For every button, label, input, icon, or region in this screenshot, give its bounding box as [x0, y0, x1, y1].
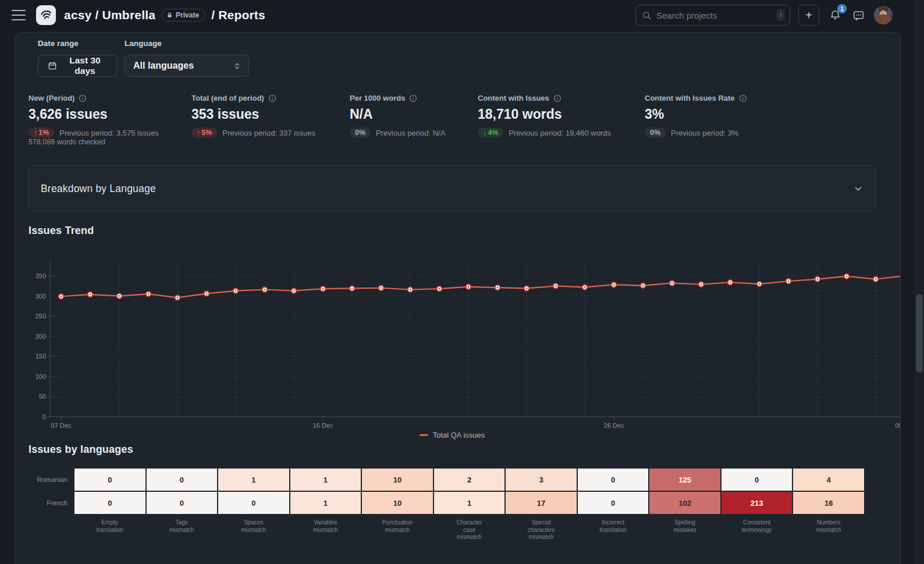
previous-period-text: Previous period: 3%	[671, 129, 738, 137]
previous-period-text: Previous period: 337 issues	[222, 129, 315, 137]
heatmap-cell[interactable]: 125	[649, 469, 720, 491]
stat-value: N/A	[350, 107, 445, 122]
notifications-button[interactable]: 1	[827, 8, 843, 23]
heatmap-cell[interactable]: 1	[290, 469, 361, 491]
heatmap-cell[interactable]: 1	[290, 492, 361, 514]
svg-text:26 Dec: 26 Dec	[604, 422, 624, 429]
heatmap-cell[interactable]: 10	[362, 469, 433, 491]
heatmap-column-label: Consistent terminology	[722, 515, 792, 541]
legend-label: Total QA issues	[433, 431, 485, 439]
heatmap-row: French000110117010221316	[24, 492, 864, 514]
stat-label: New (Period)	[29, 94, 74, 102]
heatmap-cell[interactable]: 4	[793, 469, 864, 491]
heatmap-cell[interactable]: 0	[74, 492, 145, 514]
scrollbar-thumb[interactable]	[916, 294, 923, 373]
heatmap-cell[interactable]: 1	[218, 469, 289, 491]
app-logo[interactable]	[36, 5, 56, 25]
stat-value: 3%	[645, 107, 747, 122]
svg-text:350: 350	[35, 272, 46, 279]
user-avatar[interactable]	[874, 6, 893, 24]
heatmap-cell[interactable]: 213	[722, 492, 792, 514]
stat-value: 18,710 words	[478, 107, 611, 122]
heatmap-column-label: Variables mismatch	[290, 515, 361, 541]
stat-total-end-of-period: Total (end of period) 353 issues ↑5% Pre…	[191, 94, 315, 138]
chevron-down-icon	[853, 183, 863, 194]
date-range-label: Date range	[38, 39, 79, 48]
issues-by-languages-title: Issues by languages	[29, 444, 133, 456]
stat-value: 353 issues	[191, 107, 315, 122]
heatmap-column-label: Incorrect translation	[578, 515, 649, 541]
updown-arrows-icon	[233, 62, 241, 70]
heatmap-cell[interactable]: 3	[506, 469, 577, 491]
info-icon[interactable]	[739, 94, 747, 102]
change-badge: ↓4%	[478, 127, 503, 138]
feedback-button[interactable]	[851, 8, 866, 23]
trend-line-svg: 05010015020025030035007 Dec16 Dec26 Dec0…	[29, 256, 901, 430]
language-label: Language	[125, 39, 162, 48]
info-icon[interactable]	[409, 94, 417, 102]
hamburger-menu-icon[interactable]	[12, 10, 26, 20]
issues-trend-chart: 05010015020025030035007 Dec16 Dec26 Dec0…	[29, 256, 901, 430]
stat-label: Content with Issues Rate	[645, 94, 735, 102]
info-icon[interactable]	[79, 94, 87, 102]
search-input[interactable]	[656, 10, 772, 20]
heatmap-cell[interactable]: 1	[434, 492, 505, 514]
top-nav: acsy / Umbrella Private / Reports / + 1	[0, 0, 924, 30]
heatmap-cell[interactable]: 0	[722, 469, 792, 491]
svg-text:300: 300	[35, 293, 46, 300]
heatmap-cell[interactable]: 102	[649, 492, 720, 514]
lock-icon	[166, 12, 173, 19]
heatmap-cell[interactable]: 0	[147, 492, 218, 514]
heatmap-cell[interactable]: 0	[74, 469, 145, 491]
heatmap-cell[interactable]: 0	[147, 469, 218, 491]
change-badge: ↑5%	[191, 127, 217, 138]
issues-by-languages-heatmap: Romanian00111023012504French000110117010…	[24, 469, 864, 541]
svg-text:07 Dec: 07 Dec	[51, 422, 72, 429]
svg-text:0: 0	[42, 413, 46, 420]
heatmap-column-label: Character case mismatch	[434, 515, 505, 541]
language-select[interactable]: All languages	[125, 55, 249, 77]
calendar-icon	[48, 61, 57, 70]
heatmap-cell[interactable]: 16	[793, 492, 864, 514]
breakdown-by-language-panel[interactable]: Breakdown by Language	[29, 165, 876, 212]
heatmap-column-label: Spelling mistakes	[649, 515, 720, 541]
stat-label: Content with Issues	[478, 94, 549, 102]
previous-period-text: Previous period: 19,460 words	[509, 129, 611, 137]
svg-text:100: 100	[35, 373, 46, 380]
info-icon[interactable]	[553, 94, 561, 102]
previous-period-text: Previous period: 3,575 issues	[59, 129, 159, 137]
heatmap-cell[interactable]: 0	[578, 469, 649, 491]
logo-glyph	[39, 8, 53, 22]
scrollbar-track[interactable]	[915, 0, 924, 564]
date-range-button[interactable]: Last 30 days	[38, 55, 118, 77]
heatmap-row-label: Romanian	[24, 469, 73, 491]
heatmap-cell[interactable]: 0	[218, 492, 289, 514]
svg-text:200: 200	[35, 333, 46, 340]
reports-content-card: Date range Language Last 30 days All lan…	[15, 32, 901, 564]
heatmap-column-label: Tags mismatch	[147, 515, 218, 541]
heatmap-cell[interactable]: 17	[506, 492, 577, 514]
stat-label: Per 1000 words	[350, 94, 405, 102]
legend-swatch	[420, 434, 428, 436]
words-checked-footnote: 578,089 words checked	[29, 138, 105, 146]
search-box[interactable]: /	[635, 5, 790, 26]
heatmap-cell[interactable]: 2	[434, 469, 505, 491]
stat-content-with-issues-rate: Content with Issues Rate 3% 0% Previous …	[645, 94, 747, 138]
date-range-value: Last 30 days	[62, 55, 108, 76]
heatmap-column-label: Punctuation mismatch	[362, 515, 433, 541]
search-icon	[642, 10, 652, 20]
heatmap-cell[interactable]: 0	[578, 492, 649, 514]
heatmap-column-label: Special characters mismatch	[506, 515, 577, 541]
visibility-badge: Private	[161, 9, 205, 22]
create-new-button[interactable]: +	[798, 5, 819, 26]
change-badge: ↑1%	[29, 127, 54, 138]
breadcrumb-section: / Reports	[211, 8, 265, 22]
stat-per-1000-words: Per 1000 words N/A 0% Previous period: N…	[350, 94, 445, 138]
info-icon[interactable]	[268, 94, 276, 102]
svg-text:150: 150	[35, 353, 46, 360]
breadcrumb-project[interactable]: acsy / Umbrella	[64, 8, 155, 22]
heatmap-column-label: Spaces mismatch	[218, 515, 289, 541]
stat-value: 3,626 issues	[29, 107, 159, 122]
heatmap-cell[interactable]: 10	[362, 492, 433, 514]
svg-text:250: 250	[35, 313, 46, 320]
